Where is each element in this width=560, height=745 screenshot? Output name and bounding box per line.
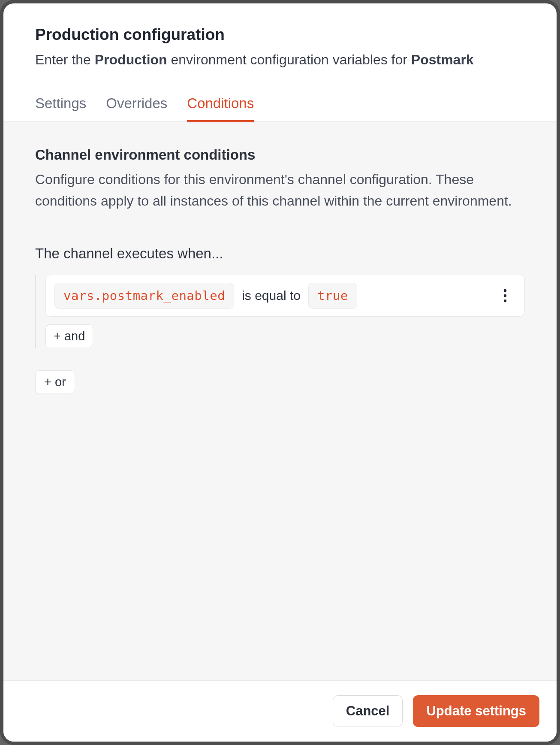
cancel-button[interactable]: Cancel <box>333 695 403 727</box>
tab-settings[interactable]: Settings <box>35 95 86 122</box>
section-description: Configure conditions for this environmen… <box>35 169 525 212</box>
subtitle-prefix: Enter the <box>35 52 95 67</box>
subtitle-provider: Postmark <box>411 52 474 67</box>
condition-variable-chip[interactable]: vars.postmark_enabled <box>54 283 234 309</box>
condition-group: vars.postmark_enabled is equal to true +… <box>35 275 525 348</box>
configuration-modal: Production configuration Enter the Produ… <box>3 3 557 742</box>
condition-operator[interactable]: is equal to <box>242 288 301 303</box>
add-or-button[interactable]: + or <box>35 370 75 394</box>
add-and-button[interactable]: + and <box>45 324 93 348</box>
modal-subtitle: Enter the Production environment configu… <box>35 50 525 70</box>
update-settings-button[interactable]: Update settings <box>413 695 539 727</box>
svg-point-0 <box>504 289 506 291</box>
svg-point-2 <box>504 299 506 302</box>
executes-when-label: The channel executes when... <box>35 245 525 262</box>
condition-value-chip[interactable]: true <box>308 283 357 309</box>
condition-menu-button[interactable] <box>499 287 512 304</box>
section-title: Channel environment conditions <box>35 147 525 163</box>
subtitle-mid: environment configuration variables for <box>167 52 411 67</box>
svg-point-1 <box>504 294 506 297</box>
tabs-bar: Settings Overrides Conditions <box>3 94 557 122</box>
modal-title: Production configuration <box>35 26 525 44</box>
modal-footer: Cancel Update settings <box>3 680 557 742</box>
more-vertical-icon <box>503 289 507 303</box>
modal-header: Production configuration Enter the Produ… <box>3 3 557 70</box>
condition-row: vars.postmark_enabled is equal to true <box>45 275 525 317</box>
modal-body: Channel environment conditions Configure… <box>3 122 557 680</box>
tab-overrides[interactable]: Overrides <box>106 95 167 122</box>
tab-conditions[interactable]: Conditions <box>187 95 254 122</box>
subtitle-environment: Production <box>95 52 167 67</box>
